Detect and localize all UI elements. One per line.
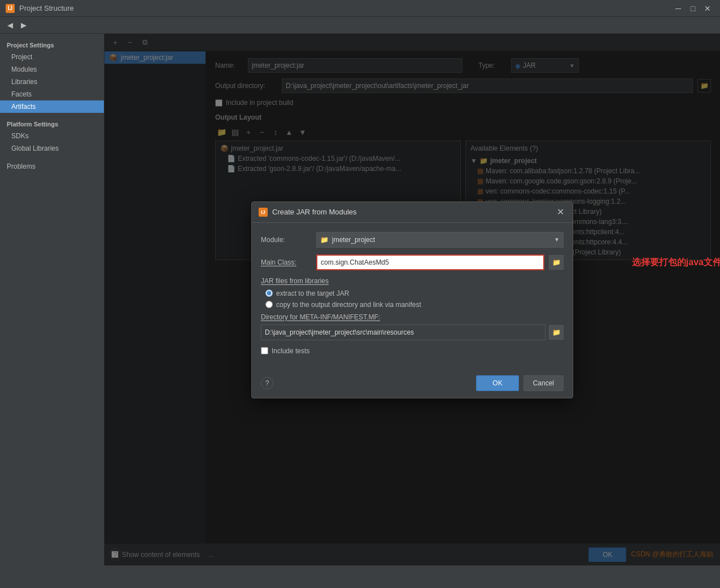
module-dropdown-icon: ▼: [554, 236, 560, 243]
manifest-dir-input[interactable]: [261, 324, 546, 340]
create-jar-modal: IJ Create JAR from Modules ✕ Module:: [251, 201, 573, 398]
modal-close-button[interactable]: ✕: [555, 207, 566, 218]
modal-cancel-button[interactable]: Cancel: [523, 375, 564, 391]
module-row: Module: 📁 jmeter_project ▼: [261, 232, 564, 248]
module-label: Module:: [261, 236, 312, 244]
maximize-button[interactable]: □: [686, 3, 700, 14]
copy-radio-label: copy to the output directory and link vi…: [276, 301, 421, 309]
modal-overlay: IJ Create JAR from Modules ✕ Module:: [104, 34, 720, 565]
sidebar-item-project[interactable]: Project: [0, 51, 104, 63]
annotation-text: 选择要打包的java文件: [632, 256, 720, 268]
title-bar: IJ Project Structure ─ □ ✕: [0, 0, 720, 17]
close-button[interactable]: ✕: [701, 3, 714, 14]
copy-radio-row: copy to the output directory and link vi…: [261, 301, 564, 309]
modal-app-icon: IJ: [259, 208, 268, 217]
sidebar-item-global-libraries[interactable]: Global Libraries: [0, 142, 104, 155]
sidebar-item-problems[interactable]: Problems: [0, 159, 104, 173]
main-class-browse-button[interactable]: 📁: [549, 255, 564, 270]
app-icon: IJ: [6, 4, 15, 13]
include-tests-row: Include tests: [261, 347, 564, 355]
platform-settings-label: Platform Settings: [0, 117, 104, 130]
window-title: Project Structure: [19, 4, 74, 12]
project-settings-label: Project Settings: [0, 38, 104, 51]
modal-ok-button[interactable]: OK: [476, 375, 518, 391]
modal-title-bar: IJ Create JAR from Modules ✕: [252, 202, 573, 223]
sidebar-item-sdks[interactable]: SDKs: [0, 130, 104, 142]
main-class-row: Main Class: 📁 选择要打包的java文件: [261, 254, 564, 270]
modal-footer: ? OK Cancel: [252, 371, 573, 398]
module-select[interactable]: 📁 jmeter_project ▼: [316, 232, 564, 248]
extract-radio[interactable]: [265, 289, 273, 297]
manifest-dir-row: 📁: [261, 324, 564, 340]
content-area: + − ⧉ 📦 jmeter_project:jar Name: Type:: [104, 34, 720, 565]
copy-radio[interactable]: [265, 301, 273, 308]
forward-button[interactable]: ▶: [18, 20, 29, 31]
sidebar-item-libraries[interactable]: Libraries: [0, 76, 104, 88]
manifest-dir-browse-button[interactable]: 📁: [549, 325, 564, 340]
modal-body: Module: 📁 jmeter_project ▼: [252, 223, 573, 371]
include-tests-label: Include tests: [272, 347, 309, 355]
window-controls: ─ □ ✕: [671, 3, 714, 14]
manifest-dir-section: Directory for META-INF/MANIFEST.MF: 📁: [261, 313, 564, 340]
sidebar-item-artifacts[interactable]: Artifacts: [0, 100, 104, 113]
modal-help-button[interactable]: ?: [261, 377, 273, 389]
sidebar-item-modules[interactable]: Modules: [0, 63, 104, 76]
main-class-label: Main Class:: [261, 258, 312, 266]
include-tests-checkbox[interactable]: [261, 347, 268, 354]
nav-arrows: ◀ ▶: [0, 17, 720, 34]
jar-files-label: JAR files from libraries: [261, 277, 564, 285]
main-class-input[interactable]: [316, 254, 544, 270]
sidebar: Project Settings Project Modules Librari…: [0, 34, 104, 565]
modal-title: Create JAR from Modules: [272, 208, 357, 216]
sidebar-item-facets[interactable]: Facets: [0, 88, 104, 100]
manifest-dir-label: Directory for META-INF/MANIFEST.MF:: [261, 313, 564, 321]
extract-radio-row: extract to the target JAR: [261, 289, 564, 297]
extract-radio-label: extract to the target JAR: [276, 289, 349, 297]
modal-action-buttons: OK Cancel: [476, 375, 564, 391]
minimize-button[interactable]: ─: [671, 3, 685, 14]
module-folder-icon: 📁: [320, 236, 329, 244]
back-button[interactable]: ◀: [5, 20, 16, 31]
jar-files-section: JAR files from libraries extract to the …: [261, 277, 564, 309]
